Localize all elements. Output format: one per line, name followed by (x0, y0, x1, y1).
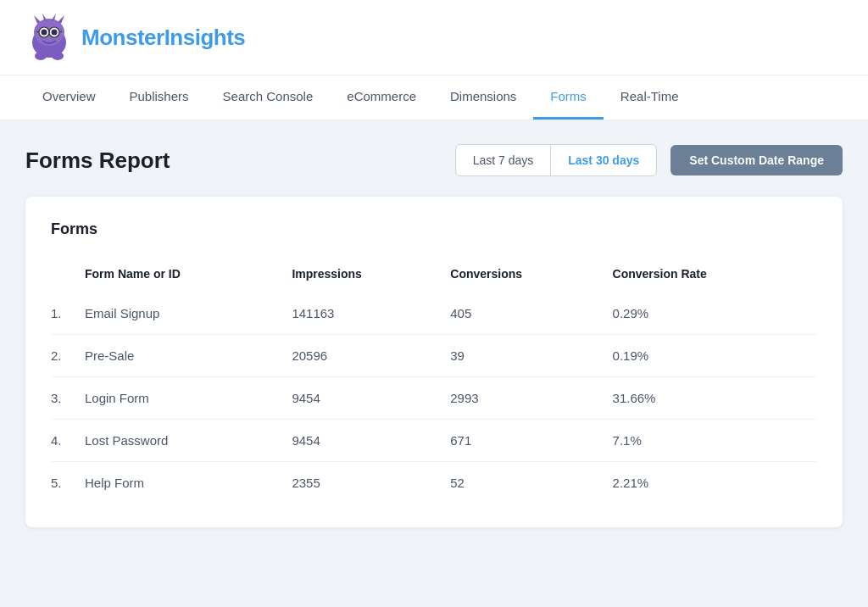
date-controls: Last 7 days Last 30 days Set Custom Date… (455, 144, 843, 176)
form-conversion-rate: 0.29% (613, 292, 817, 335)
date-toggle: Last 7 days Last 30 days (455, 144, 658, 176)
col-header-conversion-rate: Conversion Rate (613, 259, 817, 292)
nav-item-search-console[interactable]: Search Console (206, 75, 331, 120)
nav-item-ecommerce[interactable]: eCommerce (330, 75, 433, 120)
card-title: Forms (51, 220, 817, 238)
nav-item-publishers[interactable]: Publishers (113, 75, 206, 120)
form-conversions: 671 (450, 420, 612, 462)
row-num: 2. (51, 335, 85, 377)
report-header: Forms Report Last 7 days Last 30 days Se… (25, 144, 843, 176)
custom-date-range-button[interactable]: Set Custom Date Range (670, 145, 843, 175)
form-name: Pre-Sale (85, 335, 292, 377)
logo-text: MonsterInsights (81, 25, 245, 51)
table-row: 3. Login Form 9454 2993 31.66% (51, 377, 817, 420)
table-row: 1. Email Signup 141163 405 0.29% (51, 292, 817, 335)
form-impressions: 2355 (292, 462, 450, 504)
svg-point-11 (35, 52, 47, 60)
logo-accent: Insights (164, 25, 246, 50)
form-impressions: 9454 (292, 420, 450, 462)
svg-marker-5 (58, 15, 64, 24)
table-row: 2. Pre-Sale 20596 39 0.19% (51, 335, 817, 377)
form-conversions: 39 (450, 335, 612, 377)
col-header-num (51, 259, 85, 292)
report-title: Forms Report (25, 148, 170, 174)
nav-item-forms[interactable]: Forms (533, 75, 604, 120)
col-header-impressions: Impressions (292, 259, 450, 292)
logo-icon (25, 14, 73, 61)
form-conversion-rate: 7.1% (613, 420, 817, 462)
nav-item-overview[interactable]: Overview (25, 75, 113, 120)
form-conversion-rate: 0.19% (613, 335, 817, 377)
form-conversions: 52 (450, 462, 612, 504)
nav-item-real-time[interactable]: Real-Time (604, 75, 696, 120)
logo-brand: Monster (81, 25, 164, 50)
form-impressions: 9454 (292, 377, 450, 420)
form-name: Login Form (85, 377, 292, 420)
nav-item-dimensions[interactable]: Dimensions (433, 75, 533, 120)
svg-marker-2 (34, 15, 41, 24)
row-num: 1. (51, 292, 85, 335)
form-name: Lost Password (85, 420, 292, 462)
svg-point-12 (52, 52, 64, 60)
svg-point-9 (52, 30, 58, 36)
forms-card: Forms Form Name or ID Impressions Conver… (25, 197, 843, 527)
forms-table: Form Name or ID Impressions Conversions … (51, 259, 817, 504)
form-name: Help Form (85, 462, 292, 504)
nav-bar: Overview Publishers Search Console eComm… (0, 75, 868, 120)
svg-point-8 (42, 30, 47, 36)
header: MonsterInsights (0, 0, 868, 75)
row-num: 4. (51, 420, 85, 462)
col-header-conversions: Conversions (450, 259, 612, 292)
form-conversion-rate: 31.66% (613, 377, 817, 420)
logo-area: MonsterInsights (25, 14, 245, 61)
form-conversions: 405 (450, 292, 612, 335)
last-30-days-button[interactable]: Last 30 days (551, 145, 656, 175)
main-content: Forms Report Last 7 days Last 30 days Se… (0, 120, 868, 551)
table-row: 4. Lost Password 9454 671 7.1% (51, 420, 817, 462)
row-num: 3. (51, 377, 85, 420)
col-header-form-name: Form Name or ID (85, 259, 292, 292)
row-num: 5. (51, 462, 85, 504)
form-name: Email Signup (85, 292, 292, 335)
form-impressions: 141163 (292, 292, 450, 335)
table-row: 5. Help Form 2355 52 2.21% (51, 462, 817, 504)
form-conversions: 2993 (450, 377, 612, 420)
last-7-days-button[interactable]: Last 7 days (456, 145, 552, 175)
form-conversion-rate: 2.21% (613, 462, 817, 504)
form-impressions: 20596 (292, 335, 450, 377)
